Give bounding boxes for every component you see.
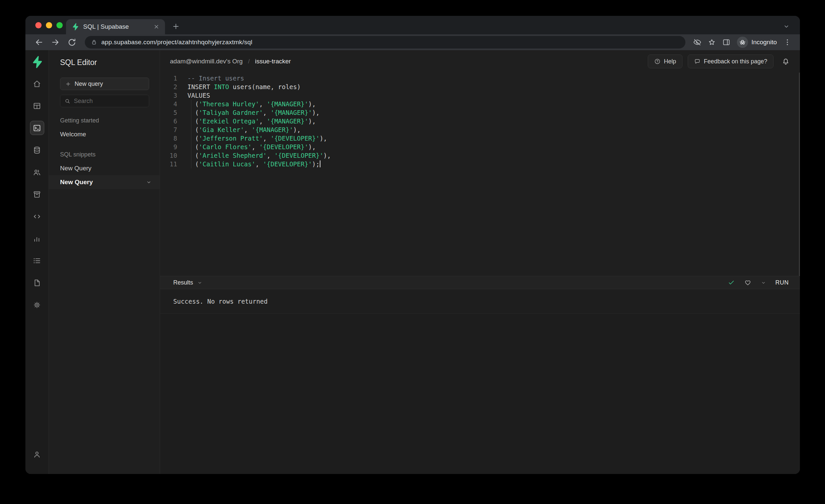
results-output: Success. No rows returned (160, 289, 800, 313)
tab-list-chevron-icon[interactable] (783, 23, 790, 30)
code-line[interactable]: 11 ('Caitlin Lucas', '{DEVELOPER}'); (160, 160, 800, 168)
line-number: 9 (160, 143, 177, 151)
sidebar-item-label: New Query (60, 165, 91, 172)
close-window-button[interactable] (35, 22, 42, 28)
search-box[interactable] (60, 95, 149, 107)
sidebar-item-welcome[interactable]: Welcome (49, 127, 160, 141)
line-number: 4 (160, 100, 177, 108)
code-line[interactable]: 4 ('Theresa Hurley', '{MANAGER}'), (160, 100, 800, 108)
supabase-app: SQL Editor New query Getting startedWelc… (25, 50, 800, 474)
zoom-window-button[interactable] (57, 22, 63, 28)
line-number: 1 (160, 74, 177, 82)
sidebar: SQL Editor New query Getting startedWelc… (49, 50, 160, 474)
reports-nav-icon[interactable] (30, 231, 44, 245)
code-line[interactable]: 2INSERT INTO users(name, roles) (160, 82, 800, 91)
results-message: Success. No rows returned (173, 298, 268, 305)
code-line[interactable]: 3VALUES (160, 91, 800, 100)
line-number: 5 (160, 108, 177, 117)
sidebar-section-label: Getting started (49, 117, 160, 127)
results-bar: Results RUN (160, 276, 800, 289)
docs-nav-icon[interactable] (30, 276, 44, 290)
breadcrumb-org[interactable]: adam@windmill.dev's Org (170, 58, 242, 65)
supabase-logo-icon[interactable] (30, 56, 44, 69)
code-line[interactable]: 8 ('Jefferson Pratt', '{DEVELOPER}'), (160, 134, 800, 143)
tab-title: SQL | Supabase (83, 23, 149, 30)
incognito-icon (737, 37, 748, 48)
new-query-button-label: New query (75, 80, 103, 87)
logs-nav-icon[interactable] (30, 254, 44, 268)
authentication-nav-icon[interactable] (30, 165, 44, 179)
code-line[interactable]: 7 ('Gia Keller', '{MANAGER}'), (160, 126, 800, 134)
eye-off-icon[interactable] (693, 38, 701, 47)
help-button[interactable]: Help (648, 55, 682, 68)
main-content: adam@windmill.dev's Org / issue-tracker … (160, 50, 800, 474)
results-chevron-icon[interactable] (197, 280, 203, 286)
favorite-heart-icon[interactable] (744, 279, 751, 286)
sidebar-section-label: SQL snippets (49, 151, 160, 161)
run-button[interactable]: RUN (775, 279, 789, 286)
window-controls (35, 16, 63, 34)
incognito-profile-chip[interactable]: Incognito (737, 37, 777, 48)
breadcrumb-project[interactable]: issue-tracker (255, 58, 291, 65)
code-line[interactable]: 5 ('Taliyah Gardner', '{MANAGER}'), (160, 108, 800, 117)
chat-bubble-icon (694, 58, 700, 65)
url-text: app.supabase.com/project/azahtnhqohyjerz… (101, 39, 252, 46)
api-nav-icon[interactable] (30, 209, 44, 223)
notifications-bell-icon[interactable] (781, 57, 790, 66)
query-valid-check-icon (728, 279, 735, 286)
page-title: SQL Editor (49, 50, 160, 67)
project-topbar: adam@windmill.dev's Org / issue-tracker … (160, 50, 800, 73)
line-number: 7 (160, 126, 177, 134)
new-tab-button[interactable] (172, 22, 180, 31)
side-panel-icon[interactable] (722, 38, 731, 47)
help-circle-icon (654, 58, 661, 65)
forward-icon[interactable] (51, 37, 60, 47)
account-nav-icon[interactable] (30, 447, 44, 461)
tab-strip: SQL | Supabase (25, 16, 800, 34)
sidebar-section: Getting startedWelcome (49, 117, 160, 141)
feedback-button[interactable]: Feedback on this page? (688, 55, 773, 68)
sql-editor-nav-icon[interactable] (30, 121, 44, 135)
line-number: 11 (160, 160, 177, 168)
minimize-window-button[interactable] (46, 22, 52, 28)
code-line[interactable]: 6 ('Ezekiel Ortega', '{MANAGER}'), (160, 117, 800, 126)
close-tab-icon[interactable] (153, 23, 160, 30)
search-input[interactable] (74, 98, 145, 104)
results-empty-area (160, 313, 800, 474)
sidebar-item-label: Welcome (60, 131, 86, 138)
line-number: 2 (160, 82, 177, 91)
results-tab[interactable]: Results (173, 279, 193, 286)
settings-nav-icon[interactable] (30, 298, 44, 312)
sidebar-item-label: New Query (60, 178, 93, 186)
incognito-label: Incognito (751, 39, 777, 46)
code-line[interactable]: 1-- Insert users (160, 74, 800, 82)
database-nav-icon[interactable] (30, 143, 44, 157)
sidebar-item-new-query[interactable]: New Query (49, 161, 160, 175)
plus-icon (65, 81, 71, 87)
browser-menu-kebab-icon[interactable] (783, 38, 792, 47)
back-icon[interactable] (34, 37, 44, 47)
home-nav-icon[interactable] (30, 77, 44, 91)
table-editor-nav-icon[interactable] (30, 99, 44, 113)
new-query-button[interactable]: New query (60, 78, 149, 90)
line-number: 3 (160, 91, 177, 100)
chevron-down-icon[interactable] (146, 179, 152, 185)
nav-rail (25, 50, 49, 474)
code-line[interactable]: 9 ('Carlo Flores', '{DEVELOPER}'), (160, 143, 800, 151)
browser-tab[interactable]: SQL | Supabase (66, 19, 165, 34)
address-bar[interactable]: app.supabase.com/project/azahtnhqohyjerz… (85, 36, 685, 49)
lock-icon (91, 39, 97, 46)
code-line[interactable]: 10 ('Arielle Shepherd', '{DEVELOPER}'), (160, 151, 800, 160)
breadcrumb-separator: / (248, 58, 249, 65)
bookmark-star-icon[interactable] (707, 38, 716, 47)
sql-code-editor[interactable]: 1-- Insert users2INSERT INTO users(name,… (160, 73, 800, 276)
run-options-chevron-icon[interactable] (761, 280, 766, 286)
line-number: 6 (160, 117, 177, 126)
reload-icon[interactable] (67, 37, 77, 47)
help-button-label: Help (664, 58, 676, 65)
search-icon (64, 98, 71, 104)
storage-nav-icon[interactable] (30, 187, 44, 201)
sidebar-item-new-query[interactable]: New Query (49, 175, 160, 189)
text-cursor (320, 160, 320, 167)
editor-scrollbar[interactable] (799, 73, 800, 276)
